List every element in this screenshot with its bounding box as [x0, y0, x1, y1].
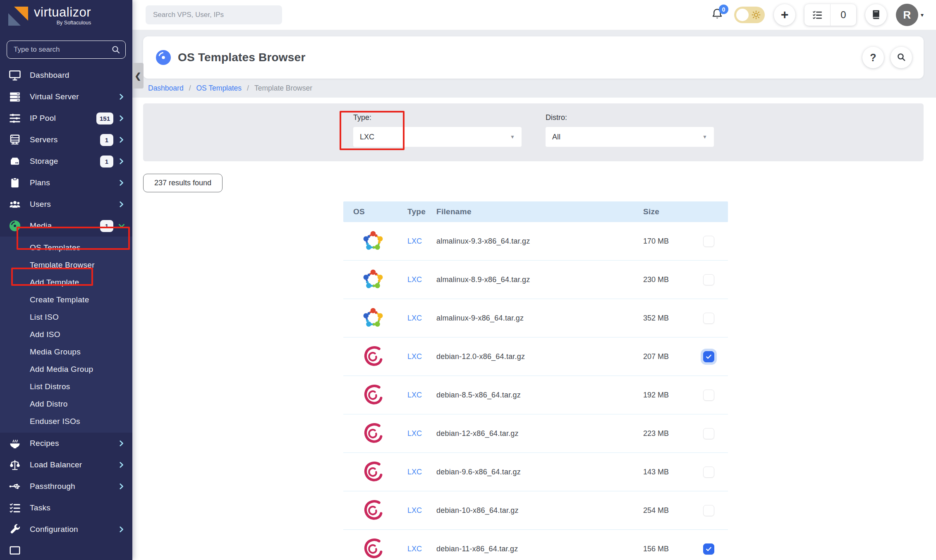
- tasks-counter[interactable]: 0: [804, 4, 856, 26]
- brand-logo[interactable]: virtualizor By Softaculous: [0, 0, 132, 30]
- sidebar-item-recipes[interactable]: Recipes: [0, 433, 132, 454]
- type-cell: LXC: [407, 237, 436, 246]
- chevron-right-icon: [118, 440, 125, 447]
- question-icon: ?: [870, 52, 876, 64]
- sidebar-item-storage[interactable]: Storage1: [0, 151, 132, 172]
- sidebar-item-label: Configuration: [30, 525, 118, 534]
- template-size: 156 MB: [643, 545, 703, 553]
- column-header-filename: Filename: [436, 207, 643, 216]
- template-type-link[interactable]: LXC: [407, 429, 422, 438]
- template-filename: almalinux-8.9-x86_64.tar.gz: [436, 275, 643, 284]
- row-checkbox[interactable]: [703, 543, 714, 555]
- search-icon: [111, 45, 121, 55]
- sidebar-search-input[interactable]: [7, 41, 126, 59]
- sidebar-item-plans[interactable]: Plans: [0, 172, 132, 194]
- checkbox-cell: [703, 274, 728, 285]
- type-filter-select[interactable]: LXC ▼: [353, 127, 522, 147]
- checkbox-cell: [703, 505, 728, 516]
- template-type-link[interactable]: LXC: [407, 391, 422, 399]
- plans-icon: [8, 176, 22, 189]
- sun-icon: [751, 10, 761, 20]
- sidebar-subitem-list-iso[interactable]: List ISO: [0, 309, 132, 326]
- type-cell: LXC: [407, 352, 436, 361]
- template-type-link[interactable]: LXC: [407, 468, 422, 476]
- sidebar-item-label: Storage: [30, 157, 100, 166]
- virtualizor-logo-icon: [7, 6, 29, 27]
- docs-button[interactable]: [865, 4, 887, 26]
- row-checkbox[interactable]: [703, 467, 714, 478]
- checkbox-cell: [703, 236, 728, 247]
- passthrough-icon: [8, 480, 22, 493]
- row-checkbox[interactable]: [703, 351, 714, 362]
- sidebar-subitem-add-distro[interactable]: Add Distro: [0, 395, 132, 413]
- template-size: 143 MB: [643, 468, 703, 476]
- template-type-link[interactable]: LXC: [407, 314, 422, 322]
- sidebar-subitem-media-groups[interactable]: Media Groups: [0, 343, 132, 361]
- sidebar-item-ip-pool[interactable]: IP Pool151: [0, 108, 132, 129]
- template-type-link[interactable]: LXC: [407, 545, 422, 553]
- distro-filter-label: Distro:: [546, 113, 714, 122]
- template-type-link[interactable]: LXC: [407, 352, 422, 361]
- add-button[interactable]: +: [774, 4, 795, 26]
- sidebar-item-virtual-server[interactable]: Virtual Server: [0, 86, 132, 108]
- theme-toggle[interactable]: [734, 7, 765, 23]
- sidebar-item-label: Plans: [30, 178, 118, 187]
- sidebar-item-media[interactable]: Media1: [0, 215, 132, 237]
- row-checkbox[interactable]: [703, 236, 714, 247]
- sidebar-subitem-add-media-group[interactable]: Add Media Group: [0, 361, 132, 378]
- checkbox-cell: [703, 313, 728, 324]
- template-size: 192 MB: [643, 391, 703, 400]
- breadcrumb-os-templates[interactable]: OS Templates: [196, 84, 242, 93]
- sidebar-subitem-enduser-isos[interactable]: Enduser ISOs: [0, 413, 132, 430]
- sidebar-item-users[interactable]: Users: [0, 194, 132, 215]
- chevron-right-icon: [118, 136, 125, 143]
- chevron-right-icon: [118, 93, 125, 100]
- row-checkbox[interactable]: [703, 390, 714, 401]
- sidebar-subitem-create-template[interactable]: Create Template: [0, 291, 132, 309]
- template-type-link[interactable]: LXC: [407, 275, 422, 284]
- sidebar-subitem-label: Media Groups: [30, 347, 81, 357]
- breadcrumb-dashboard[interactable]: Dashboard: [148, 84, 184, 93]
- sidebar-item-partial[interactable]: [0, 540, 132, 560]
- row-checkbox[interactable]: [703, 505, 714, 516]
- row-checkbox[interactable]: [703, 274, 714, 285]
- almalinux-logo-icon: [343, 305, 407, 331]
- sidebar-subitem-add-template[interactable]: Add Template: [0, 274, 132, 291]
- debian-logo-icon: [343, 459, 407, 485]
- sidebar-subitem-label: Template Browser: [30, 261, 95, 270]
- template-type-link[interactable]: LXC: [407, 237, 422, 245]
- row-checkbox[interactable]: [703, 428, 714, 439]
- sidebar-item-label: Users: [30, 200, 118, 209]
- brand-name: virtualizor: [34, 6, 91, 19]
- notifications-button[interactable]: 0: [709, 7, 725, 23]
- table-row: LXCdebian-11-x86_64.tar.gz156 MB: [343, 530, 728, 560]
- sidebar-item-label: Virtual Server: [30, 92, 118, 101]
- distro-filter-select[interactable]: All ▼: [546, 127, 714, 147]
- type-cell: LXC: [407, 391, 436, 400]
- sidebar-item-servers[interactable]: Servers1: [0, 129, 132, 151]
- sidebar-item-label: IP Pool: [30, 114, 96, 123]
- results-count-button[interactable]: 237 results found: [143, 174, 223, 192]
- page-search-button[interactable]: [891, 47, 912, 68]
- template-size: 223 MB: [643, 429, 703, 438]
- template-type-link[interactable]: LXC: [407, 506, 422, 515]
- count-badge: 1: [100, 156, 113, 168]
- sidebar-item-tasks[interactable]: Tasks: [0, 497, 132, 519]
- sidebar-subitem-template-browser[interactable]: Template Browser: [0, 256, 132, 274]
- filter-panel: Type: LXC ▼ Distro: All ▼: [143, 103, 924, 161]
- sidebar-item-configuration[interactable]: Configuration: [0, 519, 132, 540]
- sidebar-collapse-handle[interactable]: ❮: [132, 63, 144, 89]
- row-checkbox[interactable]: [703, 313, 714, 324]
- sidebar-item-load-balancer[interactable]: Load Balancer: [0, 454, 132, 476]
- sidebar-item-dashboard[interactable]: Dashboard: [0, 65, 132, 86]
- sidebar-subitem-os-templates[interactable]: OS Templates: [0, 239, 132, 256]
- sidebar-subitem-add-iso[interactable]: Add ISO: [0, 326, 132, 343]
- type-filter-value: LXC: [360, 133, 510, 141]
- table-row: LXCalmalinux-8.9-x86_64.tar.gz230 MB: [343, 261, 728, 299]
- sidebar-subitem-label: Add Distro: [30, 400, 68, 409]
- help-button[interactable]: ?: [862, 47, 884, 68]
- global-search-input[interactable]: [146, 5, 282, 24]
- sidebar-subitem-list-distros[interactable]: List Distros: [0, 378, 132, 395]
- sidebar-item-passthrough[interactable]: Passthrough: [0, 476, 132, 497]
- user-menu[interactable]: R ▾: [896, 4, 924, 26]
